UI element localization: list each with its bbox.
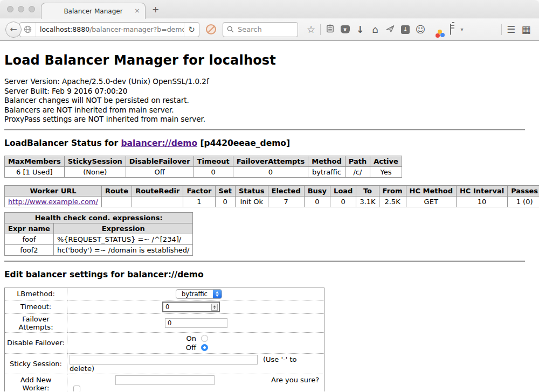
cell-expr-name: foof — [5, 234, 54, 244]
reload-icon: ↻ — [188, 25, 195, 34]
cell-set: 0 — [215, 196, 235, 207]
search-input[interactable] — [237, 25, 286, 34]
sticky-session-input[interactable] — [70, 355, 258, 365]
browser-window: Balancer Manager × + ← localhost:8880/ba… — [0, 0, 539, 392]
search-bar[interactable] — [223, 22, 298, 37]
cell-disablefailover: Off — [126, 166, 194, 177]
column-header: Passes — [508, 185, 539, 196]
column-header: RouteRedir — [132, 185, 183, 196]
cell-path: /c/ — [345, 166, 370, 177]
cell-from: 2.5K — [379, 196, 406, 207]
table-row: foof %{REQUEST_STATUS} =~ /^[234]/ — [5, 234, 193, 244]
tab-balancer-manager[interactable]: Balancer Manager × — [41, 3, 146, 19]
back-button[interactable]: ← — [5, 22, 22, 38]
cell-expression: hc('body') =~ /domain is established/ — [53, 244, 193, 255]
bookmarks-clipboard-icon[interactable] — [322, 24, 337, 34]
failover-attempts-input[interactable] — [165, 318, 227, 328]
tab-bar: Balancer Manager × + — [0, 0, 539, 18]
cell-worker-url: http://www.example.com/ — [5, 196, 102, 207]
minimize-window-button[interactable] — [18, 6, 24, 12]
column-header: Expr name — [5, 223, 54, 234]
save-to-device-icon[interactable]: ↓ — [398, 25, 413, 34]
form-row-timeout: Timeout: — [5, 300, 324, 313]
balancer-demo-link[interactable]: balancer://demo — [121, 138, 197, 148]
url-bar[interactable]: localhost:8880/balancer-manager?b=demo&n… — [19, 22, 199, 37]
form-row-sticky: Sticky Session: (Use '-' to delete) — [5, 353, 324, 374]
chevron-down-icon[interactable]: ▾ — [458, 26, 466, 32]
site-identity-icon[interactable] — [20, 23, 36, 37]
url-text[interactable]: localhost:8880/balancer-manager?b=demo&n… — [36, 25, 184, 33]
column-header: Path — [345, 156, 370, 166]
edit-balancer-form: LBmethod: bytraffic Timeout: — [4, 288, 324, 392]
table-header-row: Expr name Expression — [5, 223, 193, 234]
are-you-sure-checkbox[interactable] — [73, 386, 80, 392]
column-header: HC Interval — [456, 185, 507, 196]
close-window-button[interactable] — [7, 6, 13, 12]
column-header: Timeout — [194, 156, 233, 166]
hamburger-menu-icon[interactable]: ☰ — [503, 25, 519, 34]
column-header: HC Method — [406, 185, 456, 196]
zoom-window-button[interactable] — [29, 6, 35, 12]
send-plane-icon[interactable] — [383, 25, 398, 34]
add-new-worker-input[interactable] — [115, 375, 215, 385]
cell-expression: %{REQUEST_STATUS} =~ /^[234]/ — [53, 234, 193, 244]
column-header: Expression — [53, 223, 193, 234]
page-content: Load Balancer Manager for localhost Serv… — [0, 41, 539, 391]
column-header: Set — [215, 185, 235, 196]
battery-extension-icon[interactable] — [443, 25, 458, 34]
hello-smiley-icon[interactable]: ☺ — [413, 25, 428, 34]
tab-close-icon[interactable]: × — [134, 6, 140, 15]
cell-maxmembers: 6 [1 Used] — [5, 166, 65, 177]
balancer-status-table: MaxMembers StickySession DisableFailover… — [4, 156, 402, 178]
back-arrow-icon: ← — [10, 24, 17, 34]
table-row: http://www.example.com/ 1 0 Init Ok 7 0 … — [5, 196, 539, 207]
worker-url-link[interactable]: http://www.example.com/ — [8, 198, 98, 206]
content-blocked-icon[interactable] — [206, 24, 216, 34]
pocket-icon[interactable]: ∨ — [337, 25, 353, 33]
add-new-worker-label: Add New Worker: — [5, 374, 67, 391]
notice-persist: Balancer changes will NOT be persisted o… — [4, 96, 535, 106]
column-header: DisableFailover — [126, 156, 194, 166]
pocket-chevron-icon: ∨ — [343, 27, 347, 32]
off-label: Off — [183, 344, 196, 352]
toolbar-icons: ☆ ∨ ↓ ⌂ — [303, 24, 466, 35]
on-label: On — [183, 334, 196, 342]
are-you-sure-label: Are you sure? — [271, 376, 319, 384]
downloads-icon[interactable]: ↓ — [353, 25, 368, 34]
home-icon[interactable]: ⌂ — [368, 25, 383, 34]
toolbar-separator — [320, 24, 321, 35]
status-heading-prefix: LoadBalancer Status for — [4, 138, 121, 148]
form-row-failover: Failover Attempts: — [5, 313, 324, 332]
cell-expr-name: foof2 — [5, 244, 54, 255]
column-header: Status — [235, 185, 268, 196]
url-path: /balancer-manager?b=demo&nonce=decc37be-… — [89, 25, 184, 33]
cell-hc-interval: 10 — [456, 196, 507, 207]
table-row: foof2 hc('body') =~ /domain is establish… — [5, 244, 193, 255]
page-title: Load Balancer Manager for localhost — [4, 53, 535, 68]
health-table-title: Health check cond. expressions: — [5, 212, 193, 223]
globe-icon — [24, 25, 32, 33]
cell-routeredir — [132, 196, 183, 207]
bookmark-star-icon[interactable]: ☆ — [303, 25, 319, 34]
disable-failover-on-radio[interactable] — [201, 335, 208, 342]
cell-load: 0 — [330, 196, 356, 207]
select-stepper-icon — [213, 290, 222, 298]
column-header: FailoverAttempts — [233, 156, 308, 166]
disable-failover-off-radio[interactable] — [201, 344, 208, 351]
form-row-lbmethod: LBmethod: bytraffic — [5, 288, 324, 300]
lbmethod-selected-value: bytraffic — [176, 290, 213, 298]
notice-proxypass: ProxyPass settings are NOT inherited fro… — [4, 115, 535, 124]
tab-grid-icon[interactable]: ▦ — [519, 25, 534, 34]
reload-button[interactable]: ↻ — [184, 23, 199, 37]
table-header-row: MaxMembers StickySession DisableFailover… — [5, 156, 402, 166]
lbmethod-select[interactable]: bytraffic — [176, 289, 222, 299]
column-header: Worker URL — [5, 185, 102, 196]
number-spinner-icon[interactable] — [211, 304, 218, 311]
column-header: From — [379, 185, 406, 196]
cell-failoverattempts: 0 — [233, 166, 308, 177]
cell-elected: 7 — [268, 196, 304, 207]
window-controls — [7, 6, 35, 12]
cell-to: 3.1K — [356, 196, 379, 207]
new-tab-button[interactable]: + — [152, 4, 159, 15]
failover-attempts-label: Failover Attempts: — [5, 313, 67, 332]
